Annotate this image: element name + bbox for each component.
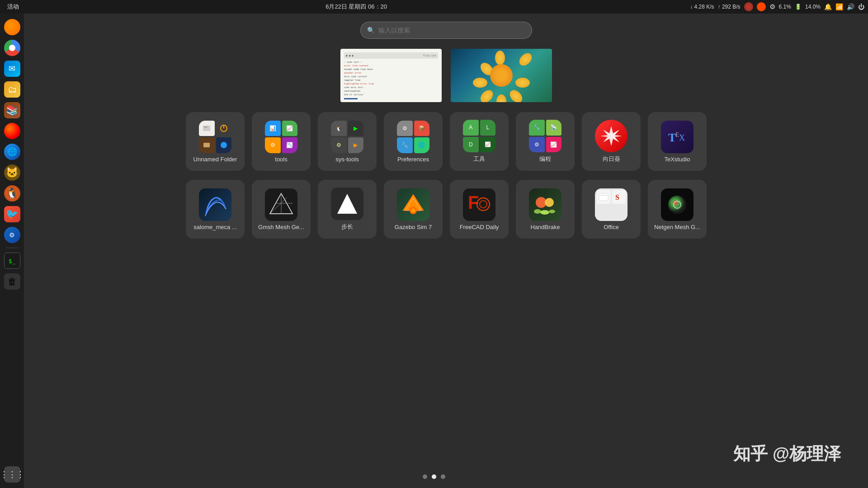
battery-icon: 🔋 (795, 4, 802, 10)
search-container: 🔍 (360, 22, 532, 39)
folder-preferences[interactable]: ⚙ 📦 🔧 🌐 Preferences (384, 112, 443, 171)
dock-item-globe[interactable]: 🌐 (3, 143, 21, 161)
svg-point-25 (540, 210, 549, 215)
app-office-label: Office (604, 224, 619, 230)
folder-gongju[interactable]: A L D 📈 工具 (450, 112, 509, 171)
dock-item-cad[interactable]: ⚙ (3, 226, 21, 244)
svg-rect-0 (203, 126, 210, 131)
dock-item-chrome[interactable] (3, 39, 21, 57)
dock: ✉ 🗂 📚 🌐 🐱 🐧 🐦 ⚙ $_ 🗑 ⋮⋮⋮ (0, 14, 24, 488)
wifi-icon[interactable]: 📶 (835, 3, 843, 10)
thumbnails-row: ●●● file.txt — some text — error line co… (340, 48, 553, 103)
svg-point-21 (480, 201, 487, 208)
app-netgen[interactable]: Netgen Mesh G... (648, 180, 707, 239)
page-dot-2[interactable] (432, 474, 436, 479)
folder-prefs-grid: ⚙ 📦 🔧 🌐 (397, 121, 429, 153)
app-row-1: Unnamed Folder 📊 📈 ⚙ 📉 tools 🐧 ▶ ⚙ ▶ (186, 112, 707, 171)
topbar-left: 活动 (4, 2, 23, 12)
app-texstudio[interactable]: T E X TeXstudio (648, 112, 707, 171)
dock-item-swift[interactable]: 🐦 (3, 205, 21, 223)
dock-item-ubuntu[interactable]: 🐧 (3, 184, 21, 202)
app-section: Unnamed Folder 📊 📈 ⚙ 📉 tools 🐧 ▶ ⚙ ▶ (186, 112, 707, 239)
folder-unnamed[interactable]: Unnamed Folder (186, 112, 245, 171)
battery-percent: 14.0% (805, 4, 821, 10)
app-xiangri[interactable]: 向日葵 (582, 112, 641, 171)
thumbnail-code[interactable]: ●●● file.txt — some text — error line co… (340, 48, 443, 103)
activities-button[interactable]: 活动 (4, 2, 23, 12)
dock-item-firefox[interactable] (3, 18, 21, 36)
dock-item-apps[interactable]: ⋮⋮⋮ (3, 465, 21, 483)
thumbnail-flower[interactable] (450, 48, 553, 103)
folder-tools-grid: 📊 📈 ⚙ 📉 (265, 121, 297, 153)
topbar: 活动 6月22日 星期四 06：20 ↓ 4.28 K/s ↑ 292 B/s … (0, 0, 868, 14)
svg-point-23 (545, 198, 554, 207)
cpu-usage: 6.1% (779, 4, 791, 10)
reddit-icon[interactable] (757, 2, 766, 11)
folder-sys-tools[interactable]: 🐧 ▶ ⚙ ▶ sys-tools (318, 112, 377, 171)
svg-marker-6 (600, 126, 622, 146)
folder-gongju-grid: A L D 📈 (463, 120, 495, 152)
dock-item-files[interactable]: 🗂 (3, 80, 21, 99)
app-freecad-label: FreeCAD Daily (460, 224, 499, 230)
app-handbrake[interactable]: HandBrake (516, 180, 575, 239)
dock-item-firefox2[interactable] (3, 122, 21, 140)
thumb-code-content: ●●● file.txt — some text — error line co… (340, 49, 442, 102)
app-texstudio-label: TeXstudio (664, 156, 690, 163)
icon-gmsh (265, 188, 297, 221)
thumb-flower-image (451, 49, 552, 102)
icon-gazebo (397, 188, 429, 221)
icon-handbrake (529, 188, 561, 221)
page-dot-1[interactable] (423, 474, 427, 479)
settings-icon[interactable]: ⚙ (769, 3, 775, 11)
icon-xiangri (595, 120, 627, 152)
dock-item-terminal[interactable]: $_ (3, 252, 21, 270)
svg-point-26 (549, 210, 555, 213)
svg-text:T: T (668, 131, 676, 144)
app-office[interactable]: S Office (582, 180, 641, 239)
app-gazebo-label: Gazebo Sim 7 (395, 224, 432, 230)
folder-unnamed-grid (199, 121, 231, 153)
volume-icon[interactable]: 🔊 (847, 3, 854, 10)
app-gmsh-label: Gmsh Mesh Ge... (258, 224, 304, 230)
avatar-icon[interactable] (744, 2, 753, 11)
folder-tools-label: tools (275, 156, 287, 163)
dock-divider (5, 248, 19, 248)
topbar-datetime: 6月22日 星期四 06：20 (326, 3, 387, 11)
app-gazebo[interactable]: Gazebo Sim 7 (384, 180, 443, 239)
app-salome[interactable]: salome_meca ... (186, 180, 245, 239)
app-salome-label: salome_meca ... (193, 224, 236, 230)
search-icon: 🔍 (367, 27, 375, 34)
folder-sys-tools-label: sys-tools (335, 156, 359, 163)
svg-text:S: S (615, 193, 619, 201)
icon-salome (199, 188, 231, 221)
icon-netgen (661, 188, 693, 221)
app-gmsh[interactable]: Gmsh Mesh Ge... (252, 180, 311, 239)
folder-sys-tools-grid: 🐧 ▶ ⚙ ▶ (331, 121, 363, 153)
search-bar[interactable]: 🔍 (360, 22, 532, 39)
dock-item-email[interactable]: ✉ (3, 60, 21, 78)
svg-point-5 (221, 142, 227, 148)
app-freecad[interactable]: F FreeCAD Daily (450, 180, 509, 239)
icon-freecad: F (463, 188, 495, 221)
folder-tools[interactable]: 📊 📈 ⚙ 📉 tools (252, 112, 311, 171)
dock-item-books[interactable]: 📚 (3, 101, 21, 119)
folder-unnamed-label: Unnamed Folder (193, 156, 237, 163)
folder-biancheng[interactable]: 🔧 📡 ⚙ 📈 编程 (516, 112, 575, 171)
svg-point-24 (534, 209, 541, 214)
dock-item-cat[interactable]: 🐱 (3, 164, 21, 182)
svg-rect-1 (204, 127, 208, 127)
flower-center (490, 64, 513, 87)
notification-icon[interactable]: 🔔 (824, 3, 832, 10)
main-area: 🔍 ●●● file.txt — some text — error line … (24, 14, 868, 488)
app-buzhang[interactable]: 步长 (318, 180, 377, 239)
search-input[interactable] (378, 27, 525, 34)
folder-gongju-label: 工具 (473, 155, 485, 163)
folder-preferences-label: Preferences (397, 156, 429, 163)
network-up-icon: ↑ 292 B/s (718, 4, 741, 10)
topbar-right: ↓ 4.28 K/s ↑ 292 B/s ⚙ 6.1% 🔋 14.0% 🔔 📶 … (690, 2, 864, 11)
app-row-2: salome_meca ... Gmsh Mesh Ge... (186, 180, 707, 239)
dock-item-trash[interactable]: 🗑 (3, 272, 21, 291)
power-icon[interactable]: ⏻ (858, 3, 864, 10)
svg-text:X: X (679, 133, 685, 142)
page-dot-3[interactable] (441, 474, 445, 479)
